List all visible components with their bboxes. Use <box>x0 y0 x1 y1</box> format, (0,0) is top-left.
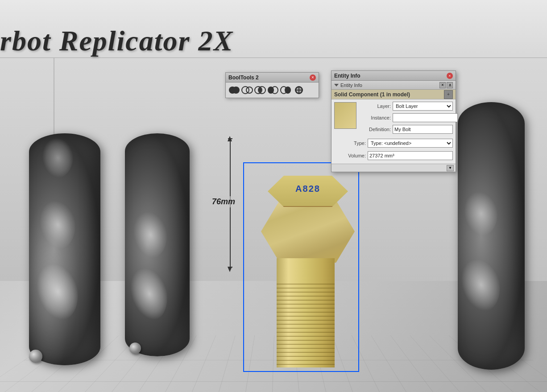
entity-expand-button[interactable]: ∧ <box>447 82 453 88</box>
bolt-shank-smooth <box>277 258 335 281</box>
cyl2-hole-1 <box>125 263 175 325</box>
layer-label: Layer: <box>359 103 393 109</box>
cyl1-hole-3 <box>39 136 77 181</box>
instance-input[interactable] <box>393 113 458 122</box>
booltools-toolbar <box>226 83 319 98</box>
instance-field-row: Instance: <box>359 113 453 123</box>
entity-titlebar: Entity Info × <box>332 71 456 81</box>
entity-subheader: Entity Info × ∧ <box>332 81 456 90</box>
svg-point-23 <box>232 87 240 94</box>
cyl1-ball <box>29 350 42 363</box>
cyl1-hole-2 <box>34 197 82 253</box>
bool-split-edges-button[interactable] <box>293 84 305 96</box>
bolt-model: A828 <box>259 176 357 367</box>
instance-label: Instance: <box>359 115 393 120</box>
thread-lines-svg <box>277 281 335 367</box>
cylinder-3 <box>458 102 525 370</box>
bolt-head-body <box>261 200 355 263</box>
booltools-close-button[interactable]: × <box>310 74 316 81</box>
definition-label: Definition: <box>359 127 393 132</box>
entity-subheader-label: Entity Info <box>340 83 362 88</box>
cyl2-hole-2 <box>128 208 173 262</box>
svg-point-31 <box>285 87 291 94</box>
entity-collapse-button[interactable]: × <box>439 82 446 88</box>
bolt-threads <box>277 281 335 367</box>
bool-intersect-button[interactable] <box>254 84 266 96</box>
bool-subtract-button[interactable] <box>241 84 253 96</box>
component-icon-button[interactable]: + <box>444 90 453 99</box>
cyl3-hole-1 <box>458 253 508 317</box>
dim-arrow-up <box>228 136 232 141</box>
component-label: Solid Component (1 in model) <box>334 91 410 98</box>
volume-label: Volume: <box>334 153 368 158</box>
bool-trim-button[interactable] <box>267 84 279 96</box>
bool-split-button[interactable] <box>280 84 292 96</box>
entity-panel-title: Entity Info <box>334 73 361 79</box>
booltools-title: BoolTools 2 <box>228 74 259 81</box>
entity-scrollbar: ▼ <box>332 164 456 172</box>
entity-thumbnail <box>334 102 356 129</box>
volume-field-row: Volume: 27372 mm³ <box>332 150 456 162</box>
bool-union-button[interactable] <box>228 84 240 96</box>
cyl1-hole-1 <box>29 258 87 326</box>
scroll-down-button[interactable]: ▼ <box>447 165 454 171</box>
cylinder-2 <box>125 133 190 356</box>
definition-field-row: Definition: My Bolt <box>359 124 453 134</box>
booltools-titlebar: BoolTools 2 × <box>226 73 319 83</box>
booltools-panel: BoolTools 2 × <box>225 72 319 98</box>
expand-triangle-icon <box>334 84 339 87</box>
entity-info-panel: Entity Info × Entity Info × ∧ Solid Comp… <box>331 70 456 172</box>
definition-value: My Bolt <box>393 125 453 134</box>
entity-close-button[interactable]: × <box>447 73 453 79</box>
type-select[interactable]: Type: <undefined> <box>368 139 453 148</box>
cyl2-ball <box>129 342 141 354</box>
cyl3-hole-2 <box>459 188 503 239</box>
bolt-head-top: A828 <box>268 176 348 207</box>
entity-title-buttons: × <box>447 73 453 79</box>
layer-select[interactable]: Bolt Layer <box>393 102 453 111</box>
app-title: rbot Replicator 2X <box>0 25 233 58</box>
entity-subheader-left: Entity Info <box>334 83 362 88</box>
layer-field-row: Layer: Bolt Layer <box>359 101 453 111</box>
type-label: Type: <box>334 140 368 146</box>
cylinder-1 <box>29 133 100 365</box>
component-banner: Solid Component (1 in model) + <box>332 90 456 99</box>
dimension-label: 76mm <box>210 196 237 207</box>
bolt-label: A828 <box>268 184 348 194</box>
volume-value: 27372 mm³ <box>368 151 453 160</box>
type-field-row: Type: Type: <undefined> <box>332 138 456 149</box>
dim-arrow-down <box>228 267 232 272</box>
